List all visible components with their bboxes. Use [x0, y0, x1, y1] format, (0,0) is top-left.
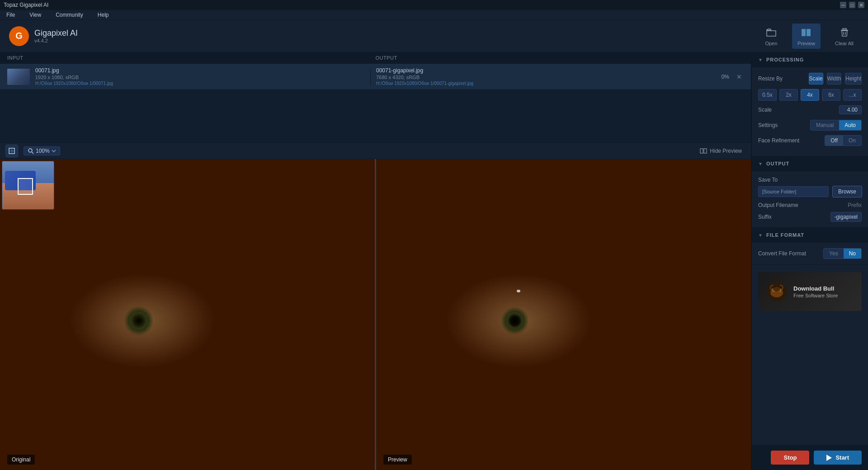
original-panel: Original	[0, 159, 375, 470]
scale-custom-button[interactable]: ...x	[843, 89, 862, 101]
svg-line-11	[32, 152, 34, 154]
clear-all-button[interactable]: Clear All	[830, 24, 859, 49]
convert-row: Convert File Format Yes No	[758, 248, 862, 259]
start-label: Start	[835, 454, 849, 461]
stop-button[interactable]: Stop	[771, 451, 809, 465]
hide-preview-button[interactable]: Hide Preview	[696, 146, 745, 156]
stop-label: Stop	[783, 454, 797, 461]
file-progress: 0%	[711, 74, 729, 80]
logo-area: G Gigapixel AI v4.4.2	[9, 26, 78, 46]
file-list-headers: INPUT OUTPUT	[0, 52, 751, 64]
scale-0-5x-button[interactable]: 0.5x	[758, 89, 777, 101]
right-panel: ▼ PROCESSING Resize By Scale Width Heigh…	[751, 52, 868, 470]
zoom-chevron-icon	[52, 150, 56, 152]
auto-toggle[interactable]: Auto	[839, 120, 861, 130]
hide-preview-icon	[700, 147, 707, 155]
scale-buttons-row: 0.5x 2x 4x 6x ...x	[758, 89, 862, 101]
scale-4x-button[interactable]: 4x	[801, 89, 819, 101]
menu-help[interactable]: Help	[95, 11, 112, 19]
ad-inner: Download Bull Free Software Store	[758, 272, 862, 311]
ad-title: Download Bull	[793, 285, 838, 292]
output-filename-label: Output Filename	[758, 202, 798, 208]
clear-all-icon	[838, 26, 851, 39]
save-to-section: Save To Browse	[758, 177, 862, 197]
output-content: Save To Browse Output Filename Prefix Su…	[752, 171, 868, 228]
resize-height-button[interactable]: Height	[845, 73, 862, 85]
face-on-toggle[interactable]: On	[843, 136, 861, 146]
main-area: INPUT OUTPUT 00071.jpg 1920 x 1080, sRGB…	[0, 52, 868, 470]
menu-view[interactable]: View	[27, 11, 44, 19]
ad-banner: Download Bull Free Software Store	[758, 272, 862, 311]
processed-panel: Preview	[376, 159, 751, 470]
preview-toolbar: 100% Hide Preview	[0, 143, 751, 159]
svg-rect-6	[843, 28, 846, 30]
start-button[interactable]: Start	[814, 451, 862, 465]
input-column-header: INPUT	[7, 55, 376, 61]
scale-2x-button[interactable]: 2x	[779, 89, 798, 101]
app-version: v4.4.2	[34, 38, 78, 43]
output-section-header: ▼ OUTPUT	[752, 156, 868, 171]
output-title: OUTPUT	[766, 161, 789, 166]
manual-toggle[interactable]: Manual	[811, 120, 839, 130]
face-refinement-label: Face Refinement	[758, 137, 799, 144]
scale-value-row: Scale 4.00	[758, 105, 862, 114]
svg-rect-2	[807, 29, 811, 36]
scale-value: 4.00	[839, 105, 862, 114]
file-name: 00071.jpg	[35, 67, 365, 74]
processing-content: Resize By Scale Width Height 0.5x 2x 4x …	[752, 67, 868, 156]
file-format-section-header: ▼ FILE FORMAT	[752, 228, 868, 243]
save-to-label: Save To	[758, 177, 862, 183]
file-format-chevron-icon[interactable]: ▼	[758, 233, 763, 238]
ad-subtitle: Free Software Store	[793, 293, 838, 298]
face-off-toggle[interactable]: Off	[825, 136, 843, 146]
app-logo-icon: G	[9, 26, 29, 46]
filename-row: Output Filename Prefix	[758, 202, 862, 208]
left-panel: INPUT OUTPUT 00071.jpg 1920 x 1080, sRGB…	[0, 52, 751, 470]
processing-section-header: ▼ PROCESSING	[752, 52, 868, 67]
scale-label: Scale	[758, 107, 772, 113]
face-refinement-row: Face Refinement Off On	[758, 135, 862, 146]
image-preview-container: Original Preview	[0, 159, 751, 470]
open-button[interactable]: Open	[760, 24, 783, 49]
thumbnail-navigator[interactable]	[2, 161, 54, 210]
menu-file[interactable]: File	[4, 11, 18, 19]
close-button[interactable]: ✕	[858, 2, 864, 8]
preview-button[interactable]: Preview	[792, 24, 821, 49]
output-file-dims: 7680 x 4320, sRGB	[376, 75, 706, 80]
table-row[interactable]: 00071.jpg 1920 x 1080, sRGB H:/Обои 1920…	[0, 64, 751, 90]
minimize-button[interactable]: ─	[840, 2, 846, 8]
preview-label: Preview	[797, 41, 815, 46]
resize-width-button[interactable]: Width	[827, 73, 842, 85]
titlebar-controls: ─ □ ✕	[840, 2, 864, 8]
menu-community[interactable]: Community	[53, 11, 86, 19]
preview-label: Preview	[383, 455, 412, 465]
maximize-button[interactable]: □	[849, 2, 855, 8]
convert-no-button[interactable]: No	[844, 249, 861, 258]
menubar: File View Community Help	[0, 10, 868, 20]
output-column-header: OUTPUT	[376, 55, 744, 61]
app-name: Gigapixel AI	[34, 28, 78, 38]
resize-by-label: Resize By	[758, 75, 783, 82]
convert-toggle-group: Yes No	[823, 248, 862, 259]
file-format-content: Convert File Format Yes No	[752, 243, 868, 265]
file-divider	[370, 69, 371, 85]
preview-icon	[800, 26, 812, 39]
prefix-label: Prefix	[848, 202, 862, 208]
zoom-control[interactable]: 100%	[24, 146, 60, 155]
crop-tool-button[interactable]	[5, 145, 18, 157]
output-file-name: 00071-gigapixel.jpg	[376, 67, 706, 74]
save-to-input[interactable]	[758, 186, 829, 197]
output-chevron-icon[interactable]: ▼	[758, 161, 763, 166]
original-image	[0, 159, 375, 470]
scale-6x-button[interactable]: 6x	[822, 89, 840, 101]
remove-file-button[interactable]: ✕	[735, 72, 744, 81]
convert-yes-button[interactable]: Yes	[824, 249, 844, 258]
resize-by-row: Resize By Scale Width Height	[758, 73, 862, 85]
processing-chevron-icon[interactable]: ▼	[758, 57, 763, 62]
resize-scale-button[interactable]: Scale	[809, 73, 823, 85]
resize-by-buttons: Scale Width Height	[809, 73, 862, 85]
svg-rect-1	[802, 29, 806, 36]
browse-button[interactable]: Browse	[832, 186, 862, 197]
preview-area: 100% Hide Preview	[0, 143, 751, 470]
bottom-bar: Stop Start	[752, 445, 868, 470]
